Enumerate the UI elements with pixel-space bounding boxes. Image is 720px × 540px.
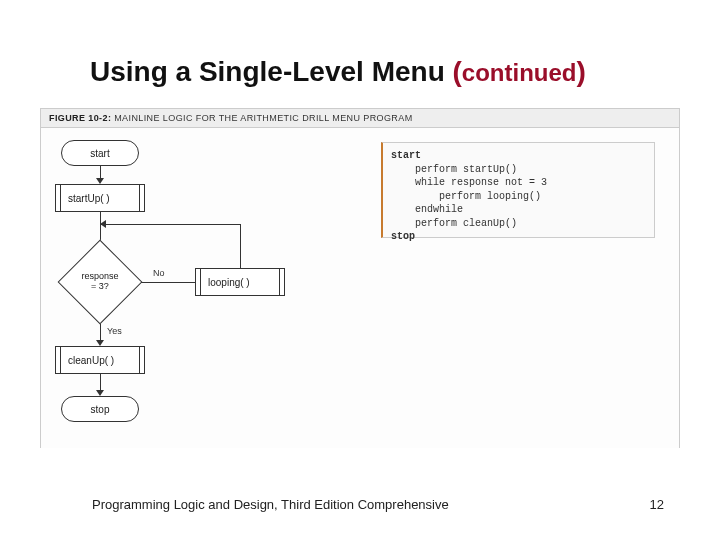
flow-line <box>100 224 240 225</box>
process-stripe <box>196 269 201 295</box>
flow-cleanup-label: cleanUp( ) <box>64 347 136 373</box>
figure-header: FIGURE 10-2: MAINLINE LOGIC FOR THE ARIT… <box>41 109 679 128</box>
arrow-icon <box>100 220 106 228</box>
flow-line <box>240 224 241 268</box>
footer-text: Programming Logic and Design, Third Edit… <box>92 497 449 512</box>
code-line: perform looping() <box>391 191 541 202</box>
title-main: Using a Single-Level Menu <box>90 56 453 87</box>
flow-line <box>141 282 195 283</box>
flow-no-label: No <box>153 268 165 278</box>
pseudocode-box: start perform startUp() while response n… <box>381 142 655 238</box>
process-stripe <box>56 347 61 373</box>
flow-decision-label: response = 3? <box>80 272 120 292</box>
flow-stop-label: stop <box>91 404 110 415</box>
process-stripe <box>279 269 284 295</box>
flow-stop: stop <box>61 396 139 422</box>
process-stripe <box>139 347 144 373</box>
slide-title: Using a Single-Level Menu (continued) <box>90 56 586 88</box>
flow-startup: startUp( ) <box>55 184 145 212</box>
flow-cleanup: cleanUp( ) <box>55 346 145 374</box>
process-stripe <box>139 185 144 211</box>
code-line: stop <box>391 231 415 242</box>
figure-caption: MAINLINE LOGIC FOR THE ARITHMETIC DRILL … <box>114 113 412 123</box>
code-line: while response not = 3 <box>391 177 547 188</box>
flow-startup-label: startUp( ) <box>64 185 136 211</box>
flow-looping: looping( ) <box>195 268 285 296</box>
flow-looping-label: looping( ) <box>204 269 276 295</box>
process-stripe <box>56 185 61 211</box>
page-number: 12 <box>650 497 664 512</box>
code-line: perform startUp() <box>391 164 517 175</box>
code-line: endwhile <box>391 204 463 215</box>
title-continued: continued <box>462 59 577 86</box>
code-line: perform cleanUp() <box>391 218 517 229</box>
figure-body: start startUp( ) response = 3? No loopin… <box>41 128 679 448</box>
flow-start-label: start <box>90 148 109 159</box>
paren-open: ( <box>453 56 462 87</box>
paren-close: ) <box>577 56 586 87</box>
code-line: start <box>391 150 421 161</box>
flow-yes-label: Yes <box>107 326 122 336</box>
figure-label: FIGURE 10-2: <box>49 113 111 123</box>
flow-start: start <box>61 140 139 166</box>
figure-panel: FIGURE 10-2: MAINLINE LOGIC FOR THE ARIT… <box>40 108 680 448</box>
